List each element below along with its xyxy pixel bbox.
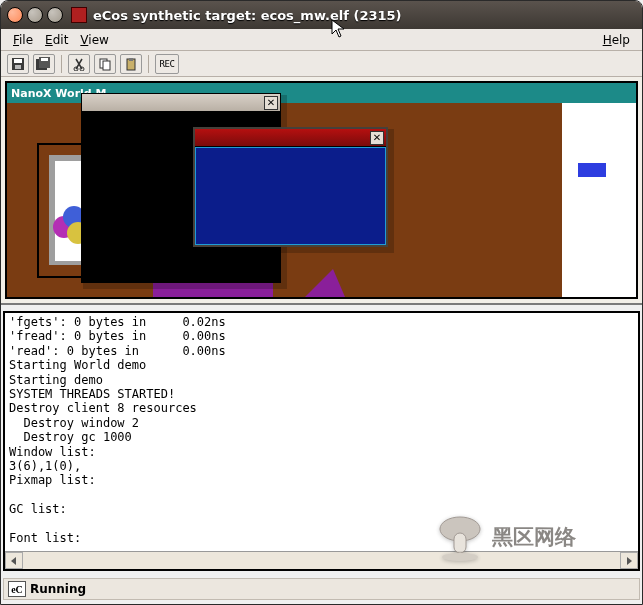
svg-rect-2: [15, 65, 21, 69]
statusbar: eC Running: [3, 578, 640, 600]
console-pane: 'fgets': 0 bytes in 0.02ns 'fread': 0 by…: [3, 311, 640, 571]
titlebar: eCos synthetic target: ecos_mw.elf (2315…: [1, 1, 642, 29]
mdi-titlebar[interactable]: ✕: [195, 129, 386, 147]
close-icon[interactable]: ✕: [370, 131, 384, 145]
application-window: eCos synthetic target: ecos_mw.elf (2315…: [0, 0, 643, 605]
workspace-wrap: NanoX World M: [1, 77, 642, 305]
close-icon[interactable]: ✕: [264, 96, 278, 110]
copy-button[interactable]: [94, 54, 116, 74]
toolbar-separator: [61, 55, 62, 73]
scroll-right-button[interactable]: [620, 552, 638, 569]
toolbar: REC: [1, 51, 642, 77]
svg-rect-5: [41, 58, 48, 61]
toolbar-separator: [148, 55, 149, 73]
purple-triangle: [305, 269, 345, 297]
minimize-window-button[interactable]: [27, 7, 43, 23]
record-button[interactable]: REC: [155, 54, 179, 74]
menubar: File Edit View Help: [1, 29, 642, 51]
paste-button[interactable]: [120, 54, 142, 74]
map-panel: ✕ ✕: [7, 103, 636, 297]
menu-help[interactable]: Help: [597, 31, 636, 49]
cut-button[interactable]: [68, 54, 90, 74]
window-controls: [7, 7, 63, 23]
save-all-button[interactable]: [33, 54, 55, 74]
svg-rect-9: [103, 61, 110, 70]
status-icon: eC: [8, 581, 26, 597]
map-water-patch: [578, 163, 606, 177]
app-icon: [71, 7, 87, 23]
close-window-button[interactable]: [7, 7, 23, 23]
workspace: NanoX World M: [5, 81, 638, 299]
save-button[interactable]: [7, 54, 29, 74]
mdi-titlebar[interactable]: ✕: [82, 94, 280, 112]
window-title: eCos synthetic target: ecos_mw.elf (2315…: [93, 8, 636, 23]
svg-rect-1: [14, 59, 22, 63]
status-text: Running: [30, 582, 86, 596]
menu-view[interactable]: View: [74, 31, 114, 49]
console-output[interactable]: 'fgets': 0 bytes in 0.02ns 'fread': 0 by…: [5, 313, 638, 547]
scroll-left-button[interactable]: [5, 552, 23, 569]
menu-edit[interactable]: Edit: [39, 31, 74, 49]
maximize-window-button[interactable]: [47, 7, 63, 23]
mdi-window-blue[interactable]: ✕: [193, 127, 388, 247]
scrollbar-track[interactable]: [23, 552, 620, 569]
menu-file[interactable]: File: [7, 31, 39, 49]
svg-rect-11: [129, 58, 133, 61]
mdi-body-blue: [195, 147, 386, 245]
horizontal-scrollbar[interactable]: [5, 551, 638, 569]
